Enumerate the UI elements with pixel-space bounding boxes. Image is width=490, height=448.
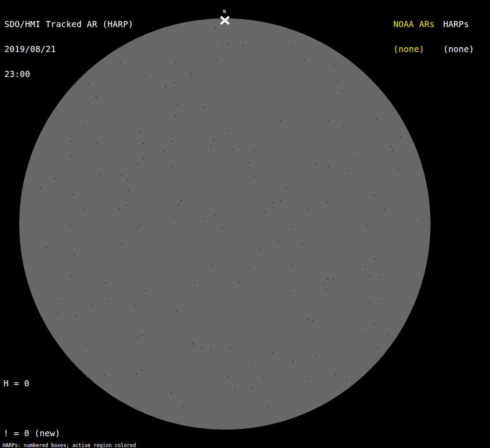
speckle-dot (214, 214, 215, 215)
speckle-dot (387, 334, 388, 335)
speckle-dot (308, 209, 309, 210)
speckle-dot (228, 130, 229, 131)
noaa-ars-status: NOAA ARs (none) (393, 4, 434, 70)
harps-value: (none) (443, 45, 474, 53)
speckle-dot (172, 141, 172, 142)
speckle-dot (136, 373, 137, 374)
speckle-dot (137, 228, 138, 228)
speckle-dot (140, 131, 140, 132)
speckle-dot (263, 377, 264, 378)
noaa-ars-label: NOAA ARs (393, 20, 434, 28)
speckle-dot (72, 194, 73, 195)
speckle-dot (210, 80, 210, 80)
speckle-dot (175, 63, 176, 63)
speckle-dot (74, 255, 75, 256)
speckle-dot (378, 301, 379, 301)
speckle-dot (377, 119, 378, 119)
harp-visualization-frame: SDO/HMI Tracked AR (HARP) 2019/08/21 23:… (0, 0, 490, 448)
speckle-dot (260, 248, 261, 249)
speckle-dot (228, 43, 229, 44)
speckle-dot (335, 374, 336, 374)
speckle-dot (181, 200, 182, 201)
page-title: SDO/HMI Tracked AR (HARP) (4, 20, 133, 28)
speckle-dot (374, 195, 374, 196)
speckle-dot (57, 313, 58, 314)
speckle-dot (280, 201, 281, 202)
speckle-dot (70, 225, 70, 226)
speckle-dot (304, 60, 305, 61)
speckle-dot (286, 187, 287, 188)
speckle-dot (141, 370, 142, 371)
speckle-dot (369, 276, 370, 276)
speckle-dot (248, 162, 249, 163)
speckle-dot (97, 143, 98, 144)
speckle-dot (398, 169, 399, 170)
speckle-dot (249, 267, 250, 268)
speckle-dot (332, 279, 333, 280)
speckle-dot (176, 311, 177, 312)
speckle-dot (252, 360, 253, 360)
speckle-dot (377, 348, 378, 349)
speckle-dot (203, 218, 204, 219)
legend-harp-count: H = 0 (4, 379, 102, 388)
speckle-dot (143, 158, 144, 158)
speckle-dot (315, 164, 316, 164)
speckle-dot (40, 187, 41, 188)
speckle-dot (173, 217, 174, 218)
speckle-dot (221, 43, 222, 44)
speckle-dot (210, 350, 211, 350)
speckle-dot (127, 180, 128, 181)
speckle-dot (137, 337, 138, 338)
title-block: SDO/HMI Tracked AR (HARP) 2019/08/21 23:… (4, 4, 133, 95)
speckle-dot (238, 282, 239, 283)
speckle-dot (355, 256, 356, 256)
speckle-dot (422, 220, 423, 221)
harps-status: HARPs (none) (443, 4, 474, 70)
speckle-dot (251, 388, 252, 389)
speckle-dot (326, 202, 327, 203)
speckle-dot (242, 45, 243, 46)
speckle-dot (391, 146, 392, 147)
harps-label: HARPs (443, 20, 474, 28)
speckle-dot (292, 46, 293, 46)
speckle-dot (278, 242, 279, 242)
speckle-dot (108, 301, 109, 301)
speckle-dot (328, 120, 329, 121)
speckle-dot (143, 143, 144, 144)
speckle-dot (370, 302, 371, 303)
speckle-dot (178, 105, 178, 105)
speckle-dot (215, 28, 216, 28)
speckle-dot (182, 406, 183, 407)
speckle-dot (119, 209, 120, 210)
speckle-dot (70, 275, 71, 276)
speckle-dot (308, 319, 309, 320)
speckle-dot (165, 86, 166, 87)
legend-spacer (4, 404, 102, 413)
footer-line-harps: HARPs: numbered boxes; active region col… (3, 443, 178, 448)
speckle-dot (222, 228, 223, 229)
speckle-dot (70, 156, 71, 157)
speckle-dot (46, 247, 47, 248)
speckle-dot (84, 209, 85, 210)
noaa-ars-value: (none) (393, 45, 434, 53)
speckle-dot (400, 136, 401, 137)
speckle-dot (55, 178, 56, 179)
speckle-dot (99, 175, 100, 175)
speckle-dot (307, 378, 308, 379)
north-cross-icon (220, 16, 230, 25)
speckle-dot (126, 205, 126, 206)
speckle-dot (374, 323, 375, 324)
speckle-dot (273, 207, 274, 208)
speckle-dot (290, 293, 290, 294)
speckle-dot (346, 379, 347, 380)
speckle-dot (334, 65, 335, 66)
speckle-dot (134, 305, 135, 306)
speckle-dot (105, 283, 106, 284)
speckle-dot (213, 140, 214, 141)
speckle-dot (128, 189, 129, 190)
speckle-dot (194, 345, 195, 346)
speckle-dot (164, 151, 164, 152)
speckle-dot (322, 283, 323, 284)
speckle-dot (145, 77, 146, 77)
speckle-dot (291, 226, 292, 227)
